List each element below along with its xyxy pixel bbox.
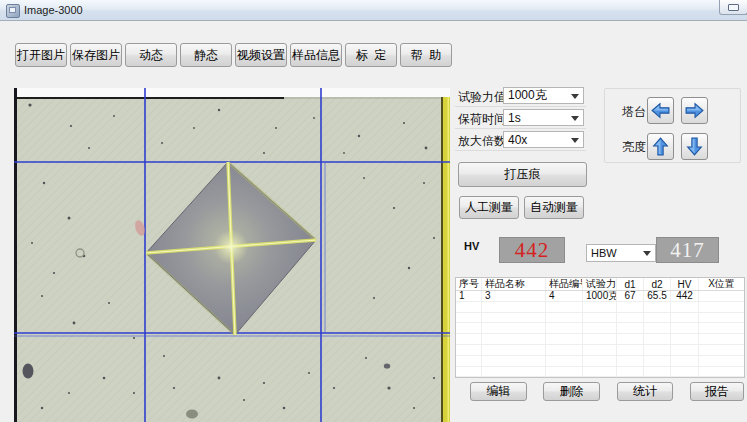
arrow-right-icon (685, 101, 704, 120)
hold-time-value: 1s (508, 111, 521, 125)
table-row-empty (456, 345, 744, 356)
table-header-cell: HV (671, 278, 699, 290)
table-header-cell: X位置 (699, 278, 744, 290)
table-row-empty (456, 367, 744, 378)
table-header-cell: 序号 (456, 278, 482, 290)
sample-info-button[interactable]: 样品信息 (290, 43, 342, 67)
converted-value-box: 417 (656, 237, 719, 263)
table-cell: 67 (617, 291, 644, 301)
calibration-button[interactable]: 标 定 (345, 43, 397, 67)
arrow-up-icon (651, 137, 670, 156)
hardness-scale-select[interactable]: HBW (586, 244, 656, 262)
magnification-select[interactable]: 40x (503, 131, 584, 148)
table-row-empty (456, 313, 744, 324)
make-indent-button[interactable]: 打压痕 (458, 162, 587, 187)
hold-time-select[interactable]: 1s (503, 109, 584, 126)
table-header-row: 序号 样品名称 样品编号 试验力 d1 d2 HV X位置 (456, 278, 744, 291)
test-force-row: 试验力值 1000克 (455, 85, 586, 107)
table-header-cell: 试验力 (583, 278, 617, 290)
chevron-down-icon (571, 116, 579, 121)
hardness-scale-value: HBW (591, 247, 617, 259)
hold-time-row: 保荷时间 1s (455, 107, 586, 129)
right-edge-stripe (441, 97, 450, 422)
test-force-label: 试验力值 (458, 89, 506, 106)
table-cell: 1 (456, 291, 482, 301)
table-header-cell: 样品名称 (482, 278, 546, 290)
table-cell: 1000克 (583, 291, 617, 301)
table-row-empty (456, 323, 744, 334)
magnification-label: 放大倍数 (458, 133, 506, 150)
results-table: 序号 样品名称 样品编号 试验力 d1 d2 HV X位置 1 3 4 1000… (455, 277, 745, 378)
hv-value-box: 442 (499, 237, 565, 263)
report-button[interactable]: 报告 (690, 382, 744, 401)
minimize-button[interactable] (719, 0, 747, 15)
test-force-select[interactable]: 1000克 (503, 87, 584, 104)
edit-button[interactable]: 编辑 (470, 382, 527, 401)
save-image-button[interactable]: 保存图片 (70, 43, 122, 67)
brightness-label: 亮度 (622, 139, 646, 156)
table-row-empty (456, 356, 744, 367)
hv-label: HV (464, 240, 479, 252)
window-titlebar: Image-3000 (0, 0, 747, 21)
open-image-button[interactable]: 打开图片 (15, 43, 67, 67)
table-header-cell: 样品编号 (546, 278, 583, 290)
chevron-down-icon (643, 251, 651, 256)
auto-measure-button[interactable]: 自动测量 (524, 196, 584, 219)
arrow-down-icon (685, 137, 704, 156)
hold-time-label: 保荷时间 (458, 111, 506, 128)
table-row-empty (456, 302, 744, 313)
table-cell (699, 291, 744, 301)
table-header-cell: d2 (644, 278, 671, 290)
table-cell: 442 (671, 291, 699, 301)
brightness-up-button[interactable] (647, 133, 674, 160)
microscope-view[interactable] (14, 88, 450, 422)
minimize-icon (728, 4, 739, 11)
help-button[interactable]: 帮 助 (400, 43, 452, 67)
turret-right-button[interactable] (681, 97, 708, 124)
arrow-left-icon (651, 101, 670, 120)
video-top-strip (16, 88, 450, 97)
delete-button[interactable]: 删除 (543, 382, 600, 401)
table-cell: 4 (546, 291, 583, 301)
table-row-empty (456, 334, 744, 345)
brightness-down-button[interactable] (681, 133, 708, 160)
chevron-down-icon (571, 94, 579, 99)
stage-controls-group: 塔台 亮度 (604, 88, 741, 163)
microscope-image (14, 88, 450, 422)
dynamic-button[interactable]: 动态 (125, 43, 177, 67)
table-cell: 3 (482, 291, 546, 301)
test-force-value: 1000克 (508, 87, 547, 104)
image-3000-window: { "window": { "title": "Image-3000" }, "… (0, 0, 747, 422)
chevron-down-icon (571, 138, 579, 143)
table-header-cell: d1 (617, 278, 644, 290)
statistics-button[interactable]: 统计 (617, 382, 673, 401)
magnification-value: 40x (508, 133, 527, 147)
app-icon (6, 4, 20, 18)
static-button[interactable]: 静态 (180, 43, 232, 67)
video-settings-button[interactable]: 视频设置 (235, 43, 287, 67)
turret-left-button[interactable] (647, 97, 674, 124)
table-cell: 65.5 (644, 291, 671, 301)
window-title: Image-3000 (24, 4, 83, 16)
turret-label: 塔台 (622, 104, 646, 121)
magnification-row: 放大倍数 40x (455, 129, 586, 151)
manual-measure-button[interactable]: 人工测量 (459, 196, 519, 219)
table-row[interactable]: 1 3 4 1000克 67 65.5 442 (456, 291, 744, 302)
